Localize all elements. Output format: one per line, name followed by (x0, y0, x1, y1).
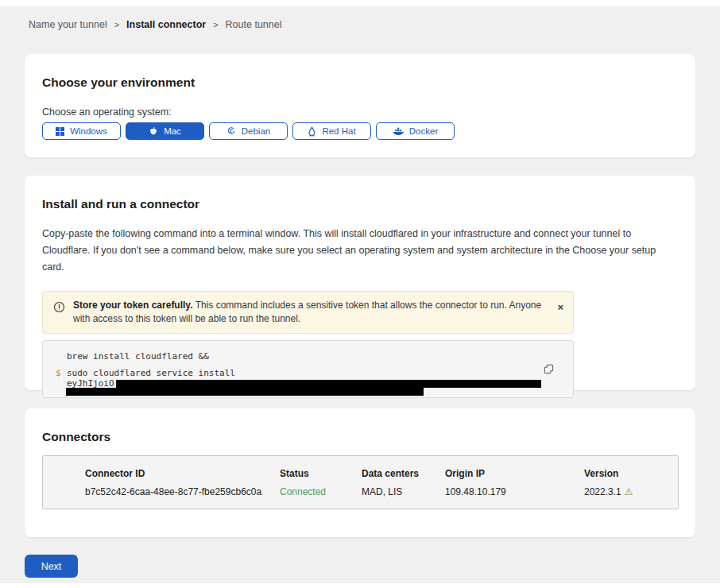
install-connector-card: Install and run a connector Copy-paste t… (25, 176, 695, 390)
breadcrumb-name-your-tunnel[interactable]: Name your tunnel (29, 19, 107, 30)
breadcrumb-install-connector[interactable]: Install connector (126, 19, 206, 30)
version-number: 2022.3.1 (584, 486, 621, 497)
column-header: Version (584, 468, 633, 479)
os-button-label: Debian (242, 126, 270, 136)
debian-icon (226, 126, 236, 136)
code-line-brew: brew install cloudflared && (56, 351, 560, 362)
redaction-bar (66, 388, 424, 396)
page: Name your tunnel > Install connector > R… (0, 6, 720, 583)
connectors-table: Connector ID b7c52c42-6caa-48ee-8c77-fbe… (42, 455, 679, 509)
code-prompt-empty (56, 351, 67, 362)
table-col-version: Version 2022.3.1⚠ (584, 468, 633, 509)
column-header: Origin IP (445, 468, 584, 479)
breadcrumb-route-tunnel[interactable]: Route tunnel (226, 19, 282, 30)
column-header: Status (280, 468, 362, 479)
os-button-docker[interactable]: Docker (376, 122, 455, 140)
token-warning-text: Store your token carefully. This command… (73, 299, 546, 326)
close-icon[interactable]: × (557, 302, 563, 312)
breadcrumb-separator: > (213, 20, 218, 29)
connectors-card-title: Connectors (42, 430, 678, 444)
code-text: brew install cloudflared && (67, 351, 209, 362)
os-button-redhat[interactable]: Red Hat (292, 122, 371, 140)
table-col-data-centers: Data centers MAD, LIS (362, 468, 445, 509)
status-badge: Connected (280, 486, 362, 497)
column-header: Connector ID (85, 468, 280, 479)
breadcrumb: Name your tunnel > Install connector > R… (0, 6, 720, 30)
info-circle-icon (53, 301, 65, 316)
table-col-origin-ip: Origin IP 109.48.10.179 (445, 468, 584, 509)
os-button-mac[interactable]: Mac (126, 122, 204, 140)
environment-card: Choose your environment Choose an operat… (25, 54, 695, 157)
table-col-connector-id: Connector ID b7c52c42-6caa-48ee-8c77-fbe… (85, 468, 280, 509)
code-prompt: $ (56, 368, 67, 396)
os-button-label: Docker (409, 126, 438, 136)
code-token-line: eyJhIjoiO (67, 379, 541, 388)
origin-ip-value: 109.48.10.179 (445, 486, 584, 497)
redaction-bar (116, 380, 541, 388)
breadcrumb-separator: > (114, 20, 119, 29)
data-centers-value: MAD, LIS (362, 486, 445, 497)
next-button[interactable]: Next (25, 555, 78, 578)
copy-icon[interactable] (544, 364, 554, 377)
connectors-card: Connectors Connector ID b7c52c42-6caa-48… (25, 408, 695, 537)
apple-icon (149, 126, 158, 137)
code-line-sudo: $ sudo cloudflared service install eyJhI… (56, 368, 560, 396)
table-col-status: Status Connected (280, 468, 362, 509)
os-button-label: Red Hat (322, 126, 355, 136)
code-text: sudo cloudflared service install (67, 368, 541, 378)
redhat-icon (308, 126, 316, 137)
install-card-title: Install and run a connector (42, 197, 678, 211)
windows-icon (56, 127, 64, 136)
os-button-label: Windows (70, 126, 107, 136)
os-button-label: Mac (164, 126, 181, 136)
token-prefix: eyJhIjoiO (67, 379, 114, 388)
docker-icon (393, 127, 404, 136)
token-warning-banner: Store your token carefully. This command… (42, 291, 574, 334)
os-label: Choose an operating system: (42, 106, 678, 118)
environment-card-title: Choose your environment (42, 75, 678, 90)
token-warning-bold: Store your token carefully. (73, 300, 193, 311)
connector-id-value: b7c52c42-6caa-48ee-8c77-fbe259cb6c0a (85, 486, 280, 497)
warning-triangle-icon: ⚠ (625, 486, 633, 497)
os-button-group: Windows Mac Debian (42, 122, 678, 140)
version-value: 2022.3.1⚠ (584, 486, 633, 497)
install-card-description: Copy-paste the following command into a … (42, 226, 678, 276)
os-button-windows[interactable]: Windows (42, 122, 121, 140)
column-header: Data centers (362, 468, 445, 479)
install-command-codeblock: brew install cloudflared && $ sudo cloud… (42, 340, 574, 398)
os-button-debian[interactable]: Debian (209, 122, 288, 140)
